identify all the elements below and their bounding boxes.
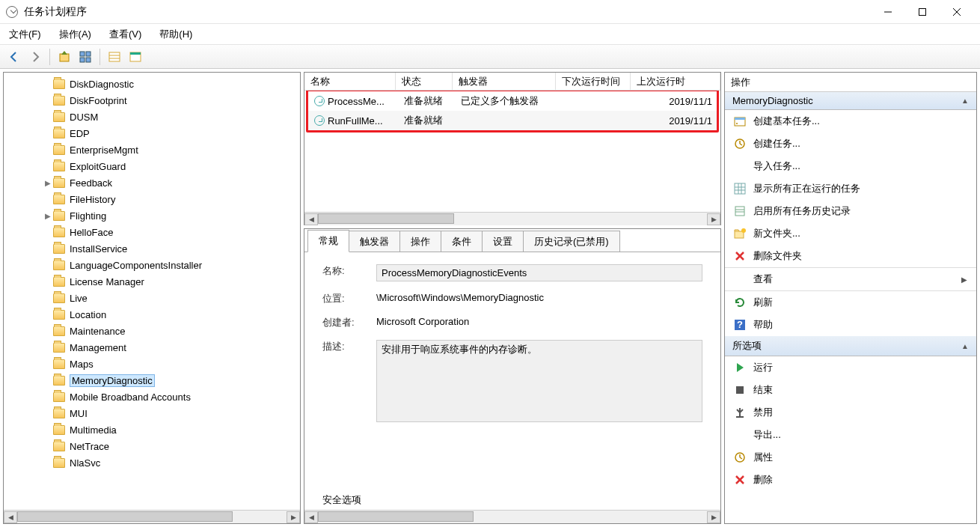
col-name[interactable]: 名称: [304, 73, 396, 90]
action-label: 禁用: [753, 406, 967, 419]
action-item[interactable]: 删除: [725, 469, 976, 491]
tree-item[interactable]: ▶Flighting: [4, 207, 300, 224]
menu-file[interactable]: 文件(F): [6, 26, 44, 43]
tree-item-label: Location: [70, 309, 106, 320]
detail-panel: 常规 触发器 操作 条件 设置 历史记录(已禁用) 名称: ProcessMem…: [304, 228, 721, 524]
close-button[interactable]: [940, 1, 974, 23]
tab-general[interactable]: 常规: [307, 230, 349, 252]
actions-section-folder[interactable]: MemoryDiagnostic ▲: [725, 92, 976, 110]
tree-item[interactable]: EnterpriseMgmt: [4, 141, 300, 158]
tree-item[interactable]: MUI: [4, 405, 300, 421]
detail-desc-value[interactable]: [376, 340, 702, 422]
chevron-right-icon[interactable]: ▶: [43, 179, 53, 187]
tree-item-label: Mobile Broadband Accounts: [70, 392, 191, 403]
none-icon: [734, 273, 746, 285]
tree-item[interactable]: Mobile Broadband Accounts: [4, 389, 300, 405]
action-item[interactable]: 创建基本任务...: [725, 110, 976, 132]
col-last[interactable]: 上次运行时: [631, 73, 720, 90]
svg-rect-5: [80, 52, 85, 56]
forward-button[interactable]: [25, 47, 45, 67]
tree-item[interactable]: DiskFootprint: [4, 92, 300, 109]
action-item[interactable]: ?帮助: [725, 314, 976, 336]
tab-settings[interactable]: 设置: [482, 231, 524, 252]
svg-rect-6: [86, 52, 91, 56]
view-detail-button[interactable]: [126, 47, 145, 67]
view-list-button[interactable]: [105, 47, 124, 67]
task-row[interactable]: RunFullMe...准备就绪2019/11/1: [308, 111, 717, 130]
grid-icon: [734, 183, 746, 195]
tree-item[interactable]: Multimedia: [4, 421, 300, 438]
tree-item[interactable]: Maps: [4, 356, 300, 372]
action-item[interactable]: 删除文件夹: [725, 245, 976, 267]
menu-view[interactable]: 查看(V): [106, 26, 144, 43]
tree-item[interactable]: NetTrace: [4, 438, 300, 454]
clock-icon: [314, 115, 325, 126]
tree-item[interactable]: License Manager: [4, 273, 300, 290]
folder-icon: [53, 195, 65, 204]
action-item[interactable]: 导出...: [725, 424, 976, 446]
tree-item-label: NetTrace: [70, 441, 109, 452]
tree-item-label: FileHistory: [70, 194, 115, 205]
tab-conditions[interactable]: 条件: [441, 231, 483, 252]
back-button[interactable]: [4, 47, 24, 67]
action-item[interactable]: 结束: [725, 379, 976, 401]
none-icon: [734, 429, 746, 441]
action-item[interactable]: 新文件夹...: [725, 222, 976, 245]
action-label: 属性: [753, 451, 967, 464]
action-item[interactable]: 查看▶: [725, 268, 976, 290]
clock-icon: [734, 451, 746, 463]
action-item[interactable]: 刷新: [725, 291, 976, 314]
tasklist-hscroll[interactable]: ◀ ▶: [304, 212, 720, 225]
col-next[interactable]: 下次运行时间: [556, 73, 631, 90]
disable-icon: [734, 406, 746, 418]
action-item[interactable]: 启用所有任务历史记录: [725, 200, 976, 222]
tree-item[interactable]: ▶Feedback: [4, 174, 300, 191]
action-item[interactable]: 属性: [725, 446, 976, 469]
tree-item[interactable]: HelloFace: [4, 224, 300, 240]
folder-icon: [53, 458, 65, 468]
task-basic-icon: [734, 115, 746, 127]
action-item[interactable]: 运行: [725, 356, 976, 379]
tab-history[interactable]: 历史记录(已禁用): [523, 231, 620, 252]
tree-item[interactable]: MemoryDiagnostic: [4, 372, 300, 389]
action-item[interactable]: 导入任务...: [725, 155, 976, 177]
tree-item[interactable]: NlaSvc: [4, 454, 300, 471]
menu-action[interactable]: 操作(A): [56, 26, 94, 43]
folder-icon: [53, 129, 65, 138]
tree-item[interactable]: InstallService: [4, 240, 300, 257]
tree-item-label: Flighting: [70, 210, 106, 222]
tree-item[interactable]: Maintenance: [4, 323, 300, 339]
tree-item[interactable]: DiskDiagnostic: [4, 76, 300, 92]
menu-help[interactable]: 帮助(H): [156, 26, 195, 43]
col-trigger[interactable]: 触发器: [453, 73, 556, 90]
detail-author-value: Microsoft Corporation: [376, 316, 702, 327]
tree-item[interactable]: Live: [4, 290, 300, 306]
tree-item[interactable]: Management: [4, 339, 300, 356]
actions-section-selected[interactable]: 所选项 ▲: [725, 336, 976, 356]
detail-author-label: 创建者:: [322, 316, 376, 329]
action-item[interactable]: 禁用: [725, 401, 976, 424]
minimize-button[interactable]: [871, 1, 905, 23]
tree-item[interactable]: ExploitGuard: [4, 158, 300, 174]
chevron-right-icon[interactable]: ▶: [43, 212, 53, 220]
tree-item[interactable]: LanguageComponentsInstaller: [4, 257, 300, 273]
col-status[interactable]: 状态: [396, 73, 453, 90]
tree-item[interactable]: DUSM: [4, 109, 300, 125]
tree-item-label: DiskFootprint: [70, 95, 127, 106]
svg-rect-9: [109, 52, 120, 61]
tree-item[interactable]: EDP: [4, 125, 300, 141]
action-item[interactable]: 显示所有正在运行的任务: [725, 177, 976, 200]
action-item[interactable]: 创建任务...: [725, 132, 976, 155]
tree-item-label: Maintenance: [70, 326, 125, 337]
folder-tile-button[interactable]: [76, 47, 95, 67]
task-row[interactable]: ProcessMe...准备就绪已定义多个触发器2019/11/1: [308, 91, 717, 111]
tree-item[interactable]: Location: [4, 306, 300, 323]
tab-actions[interactable]: 操作: [399, 231, 441, 252]
tree-hscroll[interactable]: ◀ ▶: [4, 510, 300, 523]
folder-icon: [53, 277, 65, 287]
detail-hscroll[interactable]: ◀ ▶: [304, 510, 720, 523]
maximize-button[interactable]: [905, 1, 940, 23]
tab-triggers[interactable]: 触发器: [349, 231, 400, 252]
tree-item[interactable]: FileHistory: [4, 191, 300, 207]
up-button[interactable]: [55, 47, 74, 67]
